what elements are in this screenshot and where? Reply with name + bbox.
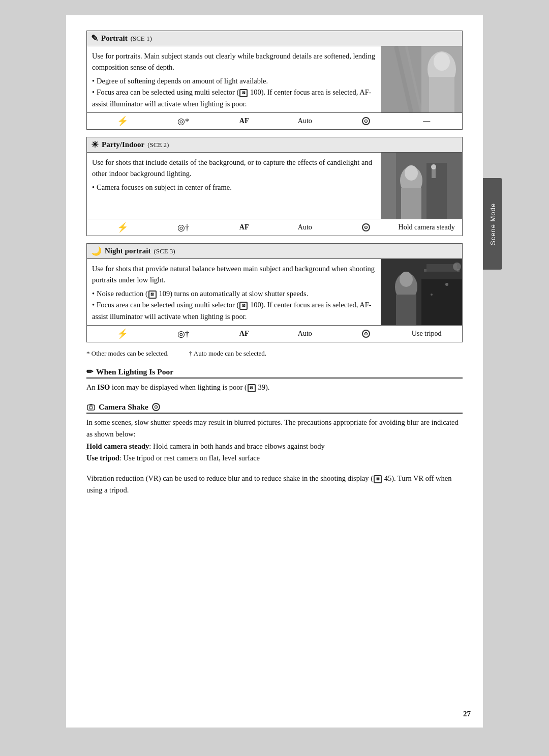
settings-bar-party-indoor: ⚡ ◎† AF Auto ⊙ Hold camera steady [87, 219, 462, 236]
iso-setting-night-portrait: Auto [274, 330, 336, 338]
scene-code-portrait: (SCE 1) [131, 35, 152, 43]
scene-bullets-night-portrait: Noise reduction (⊠ 109) turns on automat… [92, 288, 376, 322]
scene-content-portrait: Use for portraits. Main subject stands o… [87, 46, 462, 112]
scene-block-night-portrait: 🌙 Night portrait (SCE 3) Use for shots t… [86, 243, 463, 342]
bullet-item: Focus area can be selected using multi s… [92, 299, 376, 322]
scene-icon-portrait: ✎ [91, 33, 98, 44]
when-lighting-title: ✏ When Lighting Is Poor [86, 367, 463, 379]
scene-desc-night-portrait: Use for shots that provide natural balan… [92, 263, 376, 286]
bullet-item: Focus area can be selected using multi s… [92, 86, 376, 109]
bullet-item: Noise reduction (⊠ 109) turns on automat… [92, 288, 376, 299]
scene-header-party-indoor: ☀ Party/Indoor (SCE 2) [87, 137, 462, 153]
scene-text-night-portrait: Use for shots that provide natural balan… [87, 259, 381, 325]
camera-shake-section: Camera Shake ⊙ In some scenes, slow shut… [86, 402, 463, 496]
svg-point-17 [400, 272, 413, 287]
footer-note-2: † Auto mode can be selected. [189, 350, 266, 358]
scene-image-party-indoor [381, 153, 462, 219]
extra-setting-party-indoor: Hold camera steady [396, 223, 457, 231]
side-tab-label: Scene Mode [489, 203, 497, 245]
focus-setting-portrait: ◎* [153, 116, 214, 127]
svg-rect-21 [426, 264, 457, 272]
flash-setting-party-indoor: ⚡ [92, 222, 153, 233]
svg-rect-18 [396, 295, 416, 325]
hold-label: Hold camera steady [86, 442, 149, 450]
scene-code-night-portrait: (SCE 3) [154, 247, 175, 255]
when-lighting-body: An ISO icon may be displayed when lighti… [86, 382, 463, 393]
settings-bar-night-portrait: ⚡ ◎† AF Auto ⊙ Use tripod [87, 325, 462, 342]
af-label-night-portrait: AF [214, 330, 274, 338]
vr-icon: ⊙ [152, 403, 160, 411]
svg-rect-27 [89, 404, 93, 405]
scene-text-party-indoor: Use for shots that include details of th… [87, 153, 381, 219]
camera-shake-body: In some scenes, slow shutter speeds may … [86, 417, 463, 464]
camera-shake-icon [86, 402, 96, 412]
svg-point-2 [434, 52, 450, 71]
extra-setting-portrait: — [396, 117, 457, 125]
svg-rect-11 [426, 163, 447, 219]
side-tab: Scene Mode [483, 178, 502, 270]
vr-setting: ⊙ [362, 223, 370, 231]
svg-point-13 [431, 164, 436, 169]
svg-point-26 [89, 406, 93, 409]
camera-shake-label: Camera Shake [99, 402, 148, 412]
scene-title-party-indoor: Party/Indoor [102, 140, 144, 149]
af-label-party-indoor: AF [214, 223, 274, 231]
when-lighting-section: ✏ When Lighting Is Poor An ISO icon may … [86, 367, 463, 393]
svg-rect-10 [401, 188, 421, 219]
svg-rect-19 [421, 279, 462, 325]
focus-setting-night-portrait: ◎† [153, 329, 214, 339]
svg-rect-3 [429, 77, 454, 112]
tripod-label: Use tripod [86, 454, 119, 462]
footer-notes: * Other modes can be selected. † Auto mo… [86, 350, 463, 358]
flash-setting-portrait: ⚡ [92, 115, 153, 127]
scene-content-party-indoor: Use for shots that include details of th… [87, 153, 462, 219]
scene-bullets-party-indoor: Camera focuses on subject in center of f… [92, 182, 376, 193]
settings-bar-portrait: ⚡ ◎* AF Auto ⊙ — [87, 112, 462, 129]
svg-rect-4 [381, 46, 421, 112]
iso-setting-party-indoor: Auto [274, 223, 336, 231]
af-label-portrait: AF [214, 117, 274, 125]
scene-bullets-portrait: Degree of softening depends on amount of… [92, 75, 376, 109]
scene-title-night-portrait: Night portrait [105, 247, 150, 255]
scene-content-night-portrait: Use for shots that provide natural balan… [87, 259, 462, 325]
camera-shake-tripod: Use tripod: Use tripod or rest camera on… [86, 452, 463, 464]
page: Scene Mode ✎ Portrait (SCE 1) Use for po… [66, 15, 483, 728]
hold-desc: : Hold camera in both hands and brace el… [149, 442, 325, 450]
when-lighting-label: When Lighting Is Poor [96, 367, 173, 376]
bullet-item: Degree of softening depends on amount of… [92, 75, 376, 86]
scene-image-portrait [381, 46, 462, 112]
scene-icon-party-indoor: ☀ [91, 139, 99, 150]
when-lighting-icon: ✏ [86, 367, 93, 376]
svg-point-22 [453, 263, 461, 271]
footer-note-1: * Other modes can be selected. [86, 350, 169, 358]
camera-shake-vr: Vibration reduction (VR) can be used to … [86, 473, 463, 496]
svg-point-24 [431, 294, 433, 296]
scene-icon-night-portrait: 🌙 [91, 246, 102, 256]
tripod-desc: : Use tripod or rest camera on flat, lev… [119, 454, 260, 462]
flash-setting-night-portrait: ⚡ [92, 328, 153, 339]
bullet-item: Camera focuses on subject in center of f… [92, 182, 376, 193]
focus-setting-party-indoor: ◎† [153, 222, 214, 233]
svg-rect-14 [381, 153, 396, 219]
scene-desc-portrait: Use for portraits. Main subject stands o… [92, 50, 376, 73]
scene-block-portrait: ✎ Portrait (SCE 1) Use for portraits. Ma… [86, 31, 463, 130]
vr-setting: ⊙ [362, 330, 370, 338]
camera-shake-title: Camera Shake ⊙ [86, 402, 463, 414]
scene-block-party-indoor: ☀ Party/Indoor (SCE 2) Use for shots tha… [86, 137, 463, 236]
page-number: 27 [463, 710, 471, 718]
scene-desc-party-indoor: Use for shots that include details of th… [92, 157, 376, 180]
svg-point-9 [405, 165, 418, 181]
scene-header-night-portrait: 🌙 Night portrait (SCE 3) [87, 244, 462, 259]
scene-image-night-portrait [381, 259, 462, 325]
scene-title-portrait: Portrait [101, 34, 128, 43]
svg-point-23 [445, 283, 448, 286]
camera-shake-intro: In some scenes, slow shutter speeds may … [86, 417, 463, 440]
vr-setting: ⊙ [362, 117, 370, 125]
camera-shake-hold: Hold camera steady: Hold camera in both … [86, 441, 463, 452]
scene-header-portrait: ✎ Portrait (SCE 1) [87, 31, 462, 46]
vr-setting-portrait: ⊙ [336, 117, 396, 125]
scene-code-party-indoor: (SCE 2) [147, 141, 169, 149]
extra-setting-night-portrait: Use tripod [396, 330, 457, 338]
iso-setting-portrait: Auto [274, 117, 336, 125]
vr-setting-party-indoor: ⊙ [336, 223, 396, 231]
